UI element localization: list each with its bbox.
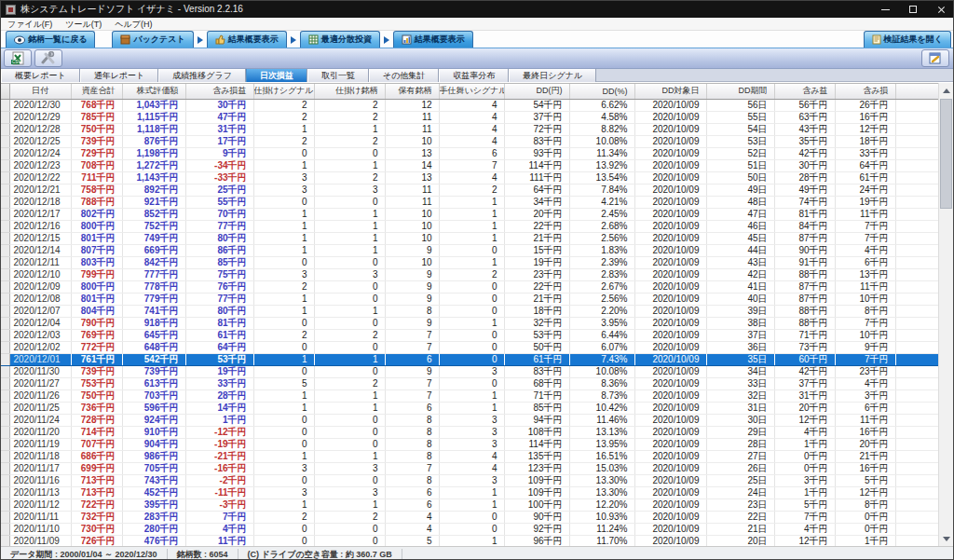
- report-window-button[interactable]: [921, 49, 949, 67]
- subtab-yearly-report[interactable]: 通年レポート: [80, 69, 159, 82]
- table-row[interactable]: 2020/12/24729千円1,198千円9千円0013693千円11.34%…: [1, 147, 940, 159]
- menu-help[interactable]: ヘルプ(H): [108, 18, 158, 31]
- table-cell: 16千円: [835, 426, 895, 438]
- table-cell: 87千円: [774, 293, 835, 305]
- row-header: [1, 147, 9, 159]
- status-disk-free: (C) ドライブの空き容量 : 約 360.7 GB: [238, 549, 402, 560]
- table-row[interactable]: 2020/12/14807千円669千円86千円119015千円1.83%202…: [1, 244, 940, 256]
- table-row[interactable]: 2020/12/28750千円1,118千円31千円1111472千円8.82%…: [1, 123, 940, 135]
- tab-backtest[interactable]: バックテスト: [112, 31, 193, 48]
- column-header[interactable]: 資産合計: [71, 84, 122, 99]
- vertical-scrollbar[interactable]: [938, 83, 953, 546]
- column-header[interactable]: DD期間: [706, 84, 774, 99]
- table-row[interactable]: 2020/12/08801千円779千円77千円109021千円2.56%202…: [1, 293, 940, 305]
- table-row[interactable]: 2020/11/18686千円986千円-21千円1184135千円16.51%…: [1, 450, 940, 462]
- table-cell: 25日: [706, 474, 774, 486]
- table-cell: 77千円: [185, 293, 253, 305]
- table-cell: 892千円: [122, 184, 185, 196]
- table-row[interactable]: 2020/11/13713千円452千円-11千円3361109千円13.30%…: [1, 486, 940, 499]
- table-row[interactable]: 2020/11/17699千円705千円-16千円3374123千円15.03%…: [1, 462, 940, 474]
- table-row[interactable]: 2020/12/09800千円778千円76千円209022千円2.67%202…: [1, 280, 940, 293]
- subtab-summary-report[interactable]: 概要レポート: [1, 69, 80, 82]
- status-bar: データ期間 : 2000/01/04 ～ 2020/12/30 銘柄数 : 60…: [1, 546, 954, 560]
- table-cell: 1: [253, 208, 314, 220]
- table-row[interactable]: 2020/12/01761千円542千円53千円116061千円7.43%202…: [1, 353, 940, 365]
- column-header[interactable]: 株式評価額: [122, 84, 185, 99]
- table-row[interactable]: 2020/12/16800千円752千円77千円1110122千円2.68%20…: [1, 220, 940, 232]
- table-cell: 2020/12/01: [9, 353, 71, 365]
- table-cell: 29日: [706, 426, 774, 438]
- table-row[interactable]: 2020/12/02772千円648千円64千円007050千円6.07%202…: [1, 341, 940, 353]
- subtab-trade-list[interactable]: 取引一覧: [307, 69, 369, 82]
- tab-optimal-diversification[interactable]: 最適分散投資: [300, 31, 380, 48]
- table-row[interactable]: 2020/12/29785千円1,115千円47千円2211437千円4.58%…: [1, 111, 940, 123]
- table-row[interactable]: 2020/12/23708千円1,272千円-34千円11147114千円13.…: [1, 159, 940, 171]
- column-header[interactable]: DD(%): [569, 84, 634, 99]
- table-row[interactable]: 2020/12/25739千円876千円17千円2210483千円10.08%2…: [1, 135, 940, 147]
- table-row[interactable]: 2020/11/24728千円924千円1千円008394千円11.46%202…: [1, 414, 940, 426]
- menu-tools[interactable]: ツール(T): [59, 18, 108, 31]
- table-row[interactable]: 2020/12/10799千円777千円75千円339223千円2.83%202…: [1, 268, 940, 280]
- tab-back-to-symbol-list[interactable]: 銘柄一覧に戻る: [6, 31, 95, 48]
- column-header[interactable]: 仕掛け銘柄: [314, 84, 385, 99]
- table-row[interactable]: 2020/12/21758千円892千円25千円3311264千円7.84%20…: [1, 184, 940, 196]
- table-cell: 1: [314, 402, 385, 414]
- table-cell: 43日: [706, 256, 774, 268]
- table-cell: 2020/10/09: [634, 99, 706, 111]
- table-row[interactable]: 2020/12/30768千円1,043千円30千円2212454千円6.62%…: [1, 99, 940, 111]
- column-header[interactable]: 含み益: [774, 84, 835, 99]
- export-csv-button[interactable]: CSV: [4, 49, 32, 67]
- table-row[interactable]: 2020/11/12722千円395千円-3千円1161100千円12.20%2…: [1, 499, 940, 511]
- table-row[interactable]: 2020/11/16713千円743千円-2千円0083109千円13.30%2…: [1, 474, 940, 486]
- table-cell: 10.93%: [569, 511, 634, 523]
- column-header[interactable]: 手仕舞いシグナル: [439, 84, 504, 99]
- table-row[interactable]: 2020/12/04790千円918千円81千円009132千円3.95%202…: [1, 317, 940, 329]
- table-row[interactable]: 2020/11/11732千円283千円7千円224090千円10.93%202…: [1, 511, 940, 523]
- table-cell: 13.54%: [569, 171, 634, 184]
- subtab-performance-graph[interactable]: 成績推移グラフ: [158, 69, 246, 82]
- table-row[interactable]: 2020/11/20714千円910千円-12千円0083108千円13.13%…: [1, 426, 940, 438]
- settings-button[interactable]: [34, 49, 62, 67]
- table-cell-filler: [895, 353, 940, 365]
- table-row[interactable]: 2020/12/03769千円645千円61千円227053千円6.44%202…: [1, 329, 940, 341]
- tab-result-summary-1[interactable]: 結果概要表示: [207, 31, 287, 48]
- table-row[interactable]: 2020/11/26750千円703千円28千円117171千円8.73%202…: [1, 389, 940, 402]
- subtab-final-day-signal[interactable]: 最終日シグナル: [509, 69, 596, 82]
- minimize-button[interactable]: [871, 1, 899, 18]
- column-header[interactable]: 保有銘柄: [385, 84, 439, 99]
- tab-result-summary-active[interactable]: 結果概要表示: [393, 31, 473, 48]
- menu-file[interactable]: ファイル(F): [1, 18, 59, 31]
- table-row[interactable]: 2020/12/15801千円749千円80千円1110121千円2.56%20…: [1, 232, 940, 244]
- subtab-other-aggregates[interactable]: その他集計: [369, 69, 439, 82]
- table-row[interactable]: 2020/11/30739千円739千円19千円009383千円10.08%20…: [1, 365, 940, 377]
- scroll-down-button[interactable]: [939, 531, 954, 546]
- table-row[interactable]: 2020/12/17802千円852千円70千円1110120千円2.45%20…: [1, 208, 940, 220]
- table-cell: 910千円: [122, 426, 185, 438]
- table-row[interactable]: 2020/12/11803千円842千円85千円0010119千円2.39%20…: [1, 256, 940, 268]
- subtab-return-distribution[interactable]: 収益率分布: [439, 69, 509, 82]
- table-cell-filler: [895, 462, 940, 474]
- table-row[interactable]: 2020/11/27753千円613千円33千円527068千円8.36%202…: [1, 377, 940, 389]
- maximize-button[interactable]: [899, 1, 927, 18]
- table-row[interactable]: 2020/12/22711千円1,143千円-33千円32134111千円13.…: [1, 171, 940, 184]
- open-verification-results-button[interactable]: 検証結果を開く: [864, 31, 951, 48]
- table-row[interactable]: 2020/11/19707千円904千円-19千円0083114千円13.95%…: [1, 438, 940, 450]
- column-header[interactable]: 含み損益: [185, 84, 253, 99]
- subtab-daily-pnl[interactable]: 日次損益: [246, 69, 307, 82]
- table-cell: 2020/10/09: [634, 389, 706, 402]
- column-header[interactable]: DD対象日: [634, 84, 706, 99]
- column-header[interactable]: 含み損: [835, 84, 895, 99]
- close-button[interactable]: [927, 1, 954, 18]
- scroll-up-button[interactable]: [939, 83, 954, 98]
- status-data-period: データ期間 : 2000/01/04 ～ 2020/12/30: [1, 549, 168, 560]
- table-row[interactable]: 2020/12/07804千円741千円80千円118018千円2.20%202…: [1, 305, 940, 317]
- table-row[interactable]: 2020/11/10730千円280千円4千円004092千円11.24%202…: [1, 523, 940, 535]
- table-row[interactable]: 2020/12/18788千円921千円55千円0011134千円4.21%20…: [1, 196, 940, 208]
- column-header[interactable]: 日付: [9, 84, 71, 99]
- column-header[interactable]: DD(円): [504, 84, 569, 99]
- table-row[interactable]: 2020/11/25736千円596千円14千円116185千円10.42%20…: [1, 402, 940, 414]
- table-row[interactable]: 2020/11/09726千円476千円11千円005196千円11.70%20…: [1, 535, 940, 546]
- scrollbar-thumb[interactable]: [940, 99, 952, 209]
- column-header[interactable]: 仕掛けシグナル: [253, 84, 314, 99]
- table-cell: 3: [314, 462, 385, 474]
